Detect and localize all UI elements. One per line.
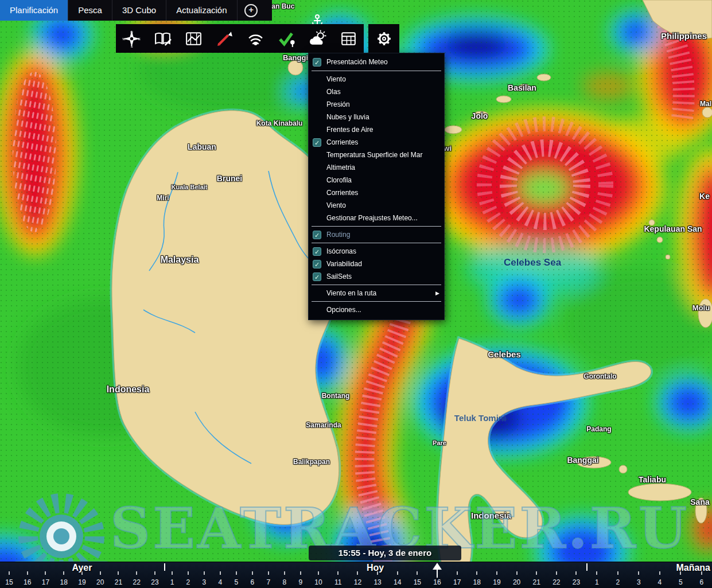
- hour-tick-3[interactable]: 3: [203, 571, 207, 588]
- checkbox-checked-icon: ✓: [313, 272, 321, 281]
- hour-tick-19[interactable]: 19: [493, 571, 500, 588]
- current-time-marker[interactable]: [433, 563, 442, 570]
- menu-item-label: Clorofila: [326, 176, 439, 184]
- menu-item-clorofila[interactable]: Clorofila: [309, 174, 444, 186]
- weather-context-menu: ✓Presentación MeteoVientoOlasPresiónNube…: [308, 53, 445, 320]
- menu-item-label: Variabilidad: [326, 260, 439, 268]
- hour-tick-23[interactable]: 23: [151, 571, 158, 588]
- menu-item-opciones[interactable]: Opciones...: [309, 303, 444, 316]
- menu-item-viento-en-la-ruta[interactable]: Viento en la ruta▶: [309, 287, 444, 299]
- charts-button[interactable]: [178, 24, 209, 53]
- hour-tick-15[interactable]: 15: [5, 571, 13, 588]
- menu-item-altimetria[interactable]: Altimetria: [309, 161, 444, 174]
- hour-tick-11[interactable]: 11: [334, 571, 341, 588]
- hour-tick-18[interactable]: 18: [473, 571, 481, 588]
- hour-tick-16[interactable]: 16: [24, 571, 31, 588]
- menu-item-label: Nubes y lluvia: [326, 113, 439, 121]
- hour-tick-1[interactable]: 1: [170, 571, 174, 588]
- hour-tick-20[interactable]: 20: [513, 571, 520, 588]
- new-tab-button[interactable]: +: [238, 0, 265, 21]
- tab-3d-cubo[interactable]: 3D Cubo: [112, 0, 166, 21]
- hour-tick-20[interactable]: 20: [96, 571, 104, 588]
- svg-text:E: E: [138, 36, 140, 40]
- timeline-bar[interactable]: Ayer151617181920212223Hoy123456789101112…: [0, 562, 712, 588]
- menu-item-viento[interactable]: Viento: [309, 199, 444, 212]
- svg-text:W: W: [122, 36, 126, 40]
- menu-item-sailsets[interactable]: ✓SailSets: [309, 270, 444, 283]
- sounder-icon: [246, 29, 265, 48]
- menu-item-is-cronas[interactable]: ✓Isócronas: [309, 245, 444, 258]
- menu-item-olas[interactable]: Olas: [309, 85, 444, 98]
- day-label-ma-ana: Mañana: [586, 563, 712, 573]
- menu-item-temperatura-superficie-del-mar[interactable]: Temperatura Superficie del Mar: [309, 149, 444, 161]
- tab-planificaci-n[interactable]: Planificación: [0, 0, 68, 21]
- menu-item-viento[interactable]: Viento: [309, 73, 444, 85]
- hour-tick-21[interactable]: 21: [115, 571, 122, 588]
- hour-tick-2[interactable]: 2: [186, 571, 190, 588]
- hour-tick-15[interactable]: 15: [414, 571, 421, 588]
- hour-tick-5[interactable]: 5: [235, 571, 239, 588]
- hour-tick-1[interactable]: 1: [595, 571, 599, 588]
- hour-tick-5[interactable]: 5: [679, 571, 683, 588]
- menu-item-presentaci-n-meteo[interactable]: ✓Presentación Meteo: [309, 55, 444, 69]
- lists-button[interactable]: [333, 24, 364, 53]
- menu-item-label: SailSets: [326, 272, 439, 281]
- hour-tick-22[interactable]: 22: [553, 571, 560, 588]
- menu-separator: [312, 226, 441, 227]
- hour-tick-3[interactable]: 3: [637, 571, 641, 588]
- hour-tick-4[interactable]: 4: [657, 571, 662, 588]
- weather-button[interactable]: [302, 24, 333, 53]
- hour-tick-12[interactable]: 12: [354, 571, 361, 588]
- svg-text:N: N: [130, 30, 133, 34]
- checkbox-checked-icon: ✓: [313, 260, 321, 268]
- hour-tick-22[interactable]: 22: [133, 571, 141, 588]
- menu-item-variabilidad[interactable]: ✓Variabilidad: [309, 258, 444, 270]
- hour-tick-19[interactable]: 19: [78, 571, 85, 588]
- compass-rose-button[interactable]: NSWE: [116, 24, 147, 53]
- hour-tick-10[interactable]: 10: [314, 571, 322, 588]
- sounder-button[interactable]: [240, 24, 271, 53]
- menu-item-gestionar-preajustes-meteo[interactable]: Gestionar Preajustes Meteo...: [309, 212, 444, 224]
- menu-item-label: Temperatura Superficie del Mar: [326, 151, 439, 159]
- svg-text:S: S: [130, 44, 133, 48]
- hour-tick-7[interactable]: 7: [266, 571, 270, 588]
- menu-item-presi-n[interactable]: Presión: [309, 98, 444, 111]
- hour-tick-2[interactable]: 2: [616, 571, 620, 588]
- menu-separator: [312, 285, 441, 285]
- menu-item-corrientes[interactable]: Corrientes: [309, 186, 444, 199]
- hour-tick-4[interactable]: 4: [219, 571, 223, 588]
- tab-actualizaci-n[interactable]: Actualización: [166, 0, 237, 21]
- menu-item-corrientes[interactable]: ✓Corrientes: [309, 136, 444, 149]
- settings-gear-button[interactable]: [368, 24, 399, 53]
- checkbox-checked-icon: ✓: [313, 58, 321, 67]
- menu-item-label: Frentes de Aire: [326, 126, 439, 134]
- menu-item-nubes-y-lluvia[interactable]: Nubes y lluvia: [309, 111, 444, 123]
- hour-tick-18[interactable]: 18: [60, 571, 68, 588]
- hour-tick-21[interactable]: 21: [533, 571, 540, 588]
- menu-item-routing[interactable]: ✓Routing: [309, 228, 444, 241]
- hour-tick-17[interactable]: 17: [453, 571, 461, 588]
- hour-tick-23[interactable]: 23: [573, 571, 580, 588]
- day-boundary-tick: [164, 563, 165, 571]
- hour-tick-6[interactable]: 6: [250, 571, 254, 588]
- hour-tick-14[interactable]: 14: [394, 571, 401, 588]
- hour-tick-8[interactable]: 8: [282, 571, 286, 588]
- menu-item-label: Isócronas: [326, 247, 439, 255]
- timeline-day-ayer: Ayer151617181920212223: [0, 562, 164, 588]
- hour-tick-17[interactable]: 17: [42, 571, 49, 588]
- hour-tick-13[interactable]: 13: [373, 571, 381, 588]
- hour-tick-6[interactable]: 6: [699, 571, 703, 588]
- plus-circle-icon: +: [244, 4, 258, 17]
- menu-separator: [312, 243, 441, 243]
- menu-item-label: Routing: [326, 231, 439, 239]
- route-check-button[interactable]: [271, 24, 302, 53]
- annotation-pen-button[interactable]: [209, 24, 240, 53]
- timeline-day-ma-ana: Mañana123456: [586, 562, 712, 588]
- menu-item-label: Presentación Meteo: [326, 58, 439, 66]
- hour-tick-9[interactable]: 9: [298, 571, 302, 588]
- tab-pesca[interactable]: Pesca: [68, 0, 112, 21]
- menu-item-frentes-de-aire[interactable]: Frentes de Aire: [309, 123, 444, 136]
- logbook-button[interactable]: [147, 24, 178, 53]
- annotation-pen-icon: [215, 29, 234, 48]
- logbook-icon: [153, 29, 172, 48]
